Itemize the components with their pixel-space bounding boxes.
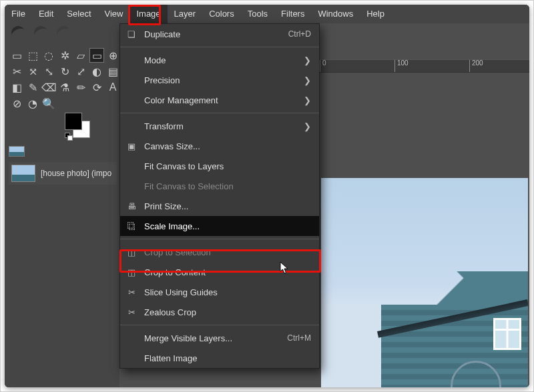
image-menu-dropdown: ❏DuplicateCtrl+DMode❯Precision❯Color Man… [119,23,320,369]
menu-item-label: Fit Canvas to Layers [144,161,311,171]
tool-19[interactable]: ⟳ [89,80,104,95]
menu-item-label: Duplicate [144,29,282,39]
tool-18[interactable]: ✏ [73,80,88,95]
foreground-color-swatch[interactable] [65,113,82,130]
tool-7[interactable]: ✂ [9,64,24,79]
tool-14[interactable]: ◧ [9,80,24,95]
menu-item-label: Flatten Image [144,353,311,363]
tool-16[interactable]: ⌫ [41,80,56,95]
menu-item-precision[interactable]: Precision❯ [120,70,319,90]
menu-item-canvas-size[interactable]: ▣Canvas Size... [120,136,319,156]
chevron-right-icon: ❯ [304,55,311,65]
menu-item-label: Crop to Selection [144,247,311,257]
menu-item-mode[interactable]: Mode❯ [120,50,319,70]
menu-edit[interactable]: Edit [32,5,60,23]
scale-image-icon: ⿻ [125,221,138,231]
menu-item-color-management[interactable]: Color Management❯ [120,90,319,110]
chevron-right-icon: ❯ [304,75,311,85]
tool-10[interactable]: ↻ [57,64,72,79]
crop-selection-icon: ◫ [125,247,138,257]
menu-item-label: Mode [144,55,297,65]
menu-separator [120,325,319,325]
menu-item-label: Print Size... [144,201,311,211]
menu-item-crop-to-selection: ◫Crop to Selection [120,242,319,262]
menu-item-label: Crop to Content [144,267,311,277]
chevron-right-icon: ❯ [304,121,311,131]
menu-filters[interactable]: Filters [274,5,311,23]
ruler-tick: 100 [394,60,409,72]
menu-select[interactable]: Select [60,5,97,23]
gimp-logo-arcs [11,26,79,42]
menu-item-label: Slice Using Guides [144,287,311,297]
menu-item-scale-image[interactable]: ⿻Scale Image... [120,216,319,236]
horizontal-ruler: 0100200 [320,59,529,73]
swap-colors-icon[interactable] [65,133,71,139]
menu-item-zealous-crop[interactable]: ✂Zealous Crop [120,302,319,322]
menu-item-fit-canvas-to-layers[interactable]: Fit Canvas to Layers [120,156,319,176]
tool-8[interactable]: ⤧ [25,64,40,79]
menu-view[interactable]: View [98,5,130,23]
menu-item-label: Scale Image... [144,221,311,231]
tool-15[interactable]: ✎ [25,80,40,95]
tool-22[interactable]: ◔ [25,96,40,111]
menu-item-crop-to-content[interactable]: ◫Crop to Content [120,262,319,282]
panel-tab-2[interactable] [9,146,25,157]
layer-thumbnail [11,165,35,182]
menu-item-duplicate[interactable]: ❏DuplicateCtrl+D [120,24,319,44]
print-size-icon: 🖶 [125,201,138,211]
tool-6[interactable]: ⊕ [105,48,120,63]
menu-item-fit-canvas-to-selection: Fit Canvas to Selection [120,176,319,196]
layer-row[interactable]: [house photo] (impo [9,162,117,185]
tool-5[interactable]: ▭ [89,48,104,63]
toolbox: ▭⬚◌✲▱▭⊕✂⤧⤡↻⤢◐▤◧✎⌫⚗✏⟳A⊘◔🔍 [9,47,121,111]
tool-strip: ▭⬚◌✲▱▭⊕✂⤧⤡↻⤢◐▤◧✎⌫⚗✏⟳A⊘◔🔍 [5,23,119,110]
crop-content-icon: ◫ [125,267,138,277]
chevron-right-icon: ❯ [304,95,311,105]
menu-item-flatten-image[interactable]: Flatten Image [120,348,319,368]
tool-12[interactable]: ◐ [89,64,104,79]
tool-2[interactable]: ◌ [41,48,56,63]
app-window: FileEditSelectViewImageLayerColorsToolsF… [5,5,529,387]
tool-9[interactable]: ⤡ [41,64,56,79]
menu-file[interactable]: File [5,5,32,23]
menu-layer[interactable]: Layer [168,5,203,23]
menu-item-print-size[interactable]: 🖶Print Size... [120,196,319,216]
menu-windows[interactable]: Windows [311,5,360,23]
menu-colors[interactable]: Colors [202,5,241,23]
tool-0[interactable]: ▭ [9,48,24,63]
menubar: FileEditSelectViewImageLayerColorsToolsF… [5,5,529,23]
slice-guides-icon: ✂ [125,287,138,297]
menu-item-label: Zealous Crop [144,307,311,317]
menu-item-label: Transform [144,121,297,131]
menu-item-label: Fit Canvas to Selection [144,181,311,191]
menu-item-label: Canvas Size... [144,141,311,151]
menu-separator [120,113,319,113]
ruler-tick: 200 [469,60,483,72]
ruler-tick: 0 [320,60,326,72]
left-panel: [house photo] (impo [5,110,119,387]
menu-item-merge-visible-layers[interactable]: Merge Visible Layers...Ctrl+M [120,328,319,348]
tool-23[interactable]: 🔍 [41,96,56,111]
tool-3[interactable]: ✲ [57,48,72,63]
menu-help[interactable]: Help [360,5,391,23]
tool-4[interactable]: ▱ [73,48,88,63]
menu-tools[interactable]: Tools [241,5,274,23]
tool-20[interactable]: A [105,80,120,95]
menu-item-label: Color Management [144,95,297,105]
tool-11[interactable]: ⤢ [73,64,88,79]
tool-1[interactable]: ⬚ [25,48,40,63]
menu-image[interactable]: Image [129,5,167,23]
menu-separator [120,47,319,47]
canvas-image[interactable] [321,178,528,387]
canvas-size-icon: ▣ [125,141,138,151]
menu-item-shortcut: Ctrl+M [287,333,311,343]
menu-item-label: Merge Visible Layers... [144,333,280,343]
tool-17[interactable]: ⚗ [57,80,72,95]
menu-item-shortcut: Ctrl+D [288,29,311,39]
menu-item-transform[interactable]: Transform❯ [120,116,319,136]
menu-item-label: Precision [144,75,297,85]
tool-21[interactable]: ⊘ [9,96,24,111]
menu-item-slice-using-guides[interactable]: ✂Slice Using Guides [120,282,319,302]
layer-title: [house photo] (impo [41,169,111,178]
tool-13[interactable]: ▤ [105,64,120,79]
